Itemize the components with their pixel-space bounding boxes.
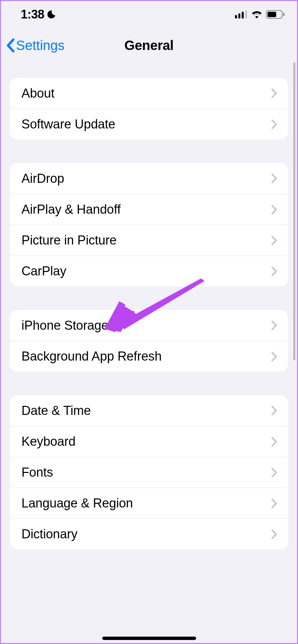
chevron-right-icon xyxy=(271,88,277,98)
content: About Software Update AirDrop AirPlay & … xyxy=(0,64,298,644)
row-about[interactable]: About xyxy=(10,78,288,109)
nav-bar: Settings General xyxy=(0,27,298,64)
row-label: Background App Refresh xyxy=(21,349,162,364)
settings-group: About Software Update xyxy=(10,78,288,140)
row-label: About xyxy=(21,86,54,101)
row-label: Picture in Picture xyxy=(21,233,117,248)
row-label: CarPlay xyxy=(21,264,66,278)
chevron-left-icon xyxy=(6,38,15,52)
row-label: Fonts xyxy=(21,465,53,480)
chevron-right-icon xyxy=(271,119,277,129)
svg-rect-3 xyxy=(245,10,247,18)
chevron-right-icon xyxy=(271,235,277,246)
status-time: 1:38 xyxy=(21,7,44,21)
row-carplay[interactable]: CarPlay xyxy=(10,256,288,286)
do-not-disturb-icon xyxy=(46,9,56,19)
row-airplay-handoff[interactable]: AirPlay & Handoff xyxy=(10,194,288,225)
wifi-icon xyxy=(251,10,262,18)
chevron-right-icon xyxy=(271,437,277,447)
row-date-time[interactable]: Date & Time xyxy=(10,395,288,426)
battery-icon xyxy=(266,10,285,19)
settings-group: iPhone Storage Background App Refresh xyxy=(10,310,288,372)
row-airdrop[interactable]: AirDrop xyxy=(10,163,288,194)
chevron-right-icon xyxy=(271,529,277,539)
status-left: 1:38 xyxy=(21,7,56,21)
svg-rect-5 xyxy=(267,12,276,17)
chevron-right-icon xyxy=(271,173,277,183)
row-label: Keyboard xyxy=(21,434,75,449)
row-label: iPhone Storage xyxy=(21,318,108,333)
row-label: Date & Time xyxy=(21,404,91,418)
row-software-update[interactable]: Software Update xyxy=(10,109,288,140)
status-right xyxy=(235,10,285,19)
row-label: Software Update xyxy=(21,117,115,131)
chevron-right-icon xyxy=(271,205,277,215)
row-label: AirDrop xyxy=(21,171,64,186)
chevron-right-icon xyxy=(271,266,277,276)
chevron-right-icon xyxy=(271,468,277,478)
row-background-app-refresh[interactable]: Background App Refresh xyxy=(10,341,288,372)
svg-rect-1 xyxy=(238,13,240,18)
scrollbar[interactable] xyxy=(293,62,295,360)
row-label: Language & Region xyxy=(21,496,133,511)
settings-group: Date & Time Keyboard Fonts Language & Re… xyxy=(10,395,288,549)
back-button[interactable]: Settings xyxy=(6,38,65,53)
svg-rect-0 xyxy=(235,15,237,18)
chevron-right-icon xyxy=(271,498,277,508)
chevron-right-icon xyxy=(271,406,277,416)
svg-rect-2 xyxy=(242,12,244,18)
chevron-right-icon xyxy=(271,320,277,330)
row-language-region[interactable]: Language & Region xyxy=(10,488,288,519)
row-fonts[interactable]: Fonts xyxy=(10,457,288,488)
cellular-signal-icon xyxy=(235,10,248,18)
row-picture-in-picture[interactable]: Picture in Picture xyxy=(10,225,288,256)
back-label: Settings xyxy=(16,38,65,53)
svg-rect-6 xyxy=(283,13,285,16)
status-bar: 1:38 xyxy=(0,0,298,27)
row-label: Dictionary xyxy=(21,527,77,541)
row-iphone-storage[interactable]: iPhone Storage xyxy=(10,310,288,341)
row-dictionary[interactable]: Dictionary xyxy=(10,519,288,549)
row-label: AirPlay & Handoff xyxy=(21,202,121,217)
home-indicator[interactable] xyxy=(102,637,196,640)
row-keyboard[interactable]: Keyboard xyxy=(10,426,288,457)
settings-group: AirDrop AirPlay & Handoff Picture in Pic… xyxy=(10,163,288,286)
chevron-right-icon xyxy=(271,352,277,362)
